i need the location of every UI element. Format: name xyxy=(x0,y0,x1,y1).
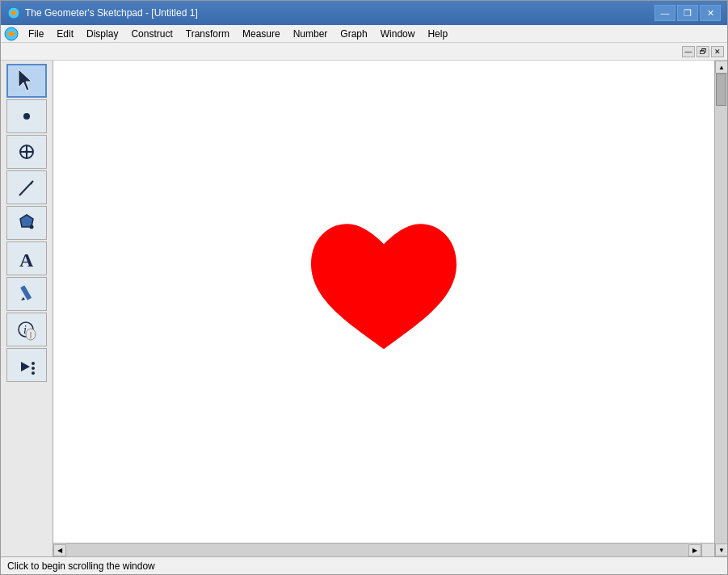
menu-measure[interactable]: Measure xyxy=(236,26,287,42)
main-window: The Geometer's Sketchpad - [Untitled 1] … xyxy=(0,0,728,575)
svg-point-4 xyxy=(23,113,30,120)
menu-bar: File Edit Display Construct Transform Me… xyxy=(1,25,727,43)
arrow-cursor-icon xyxy=(15,68,38,94)
maximize-button[interactable]: ❐ xyxy=(677,5,698,21)
window-title: The Geometer's Sketchpad - [Untitled 1] xyxy=(25,7,654,19)
menu-graph[interactable]: Graph xyxy=(334,26,373,42)
canvas[interactable] xyxy=(53,61,714,543)
line-tool-button[interactable] xyxy=(6,170,47,204)
svg-point-8 xyxy=(25,150,28,153)
svg-point-22 xyxy=(32,367,35,370)
canvas-content xyxy=(53,61,714,543)
scrollbar-h-track: ◀ ▶ xyxy=(53,544,701,556)
minimize-button[interactable]: — xyxy=(654,5,675,21)
menu-edit[interactable]: Edit xyxy=(50,26,80,42)
compass-tool-button[interactable] xyxy=(6,135,47,169)
scroll-thumb[interactable] xyxy=(716,73,726,106)
line-icon xyxy=(15,174,38,200)
status-bar: Click to begin scrolling the window xyxy=(1,556,727,574)
svg-marker-2 xyxy=(19,69,32,90)
svg-point-21 xyxy=(32,362,35,365)
point-tool-button[interactable] xyxy=(6,99,47,133)
menu-construct[interactable]: Construct xyxy=(124,26,179,42)
menu-window[interactable]: Window xyxy=(374,26,422,42)
menu-transform[interactable]: Transform xyxy=(179,26,236,42)
doc-minimize-btn[interactable]: — xyxy=(682,46,695,57)
vertical-scrollbar: ▲ ▼ xyxy=(714,61,727,556)
menu-number[interactable]: Number xyxy=(287,26,335,42)
close-button[interactable]: ✕ xyxy=(700,5,721,21)
app-icon xyxy=(7,6,20,19)
polygon-icon xyxy=(15,210,38,236)
text-icon: A xyxy=(15,246,38,271)
window-controls: — ❐ ✕ xyxy=(654,5,721,21)
compass-icon xyxy=(15,139,38,165)
text-tool-button[interactable]: A xyxy=(6,241,47,275)
doc-controls: — 🗗 ✕ xyxy=(682,46,724,57)
heart-svg xyxy=(303,212,465,373)
info-icon: i xyxy=(15,317,38,342)
polygon-tool-button[interactable] xyxy=(6,206,47,240)
scroll-h-track[interactable] xyxy=(66,544,688,556)
main-area: A i xyxy=(1,61,727,556)
svg-marker-20 xyxy=(21,362,30,371)
canvas-and-scrollbar: ◀ ▶ ▲ ▼ xyxy=(53,61,727,556)
canvas-wrapper: ◀ ▶ xyxy=(53,61,714,556)
scroll-down-button[interactable]: ▼ xyxy=(715,544,727,556)
select-tool-button[interactable] xyxy=(6,64,47,98)
svg-marker-15 xyxy=(21,297,25,300)
info-tool-button[interactable]: i xyxy=(6,313,47,346)
app-menu-icon xyxy=(4,27,19,41)
horizontal-scrollbar: ◀ ▶ xyxy=(53,543,714,556)
doc-title xyxy=(4,47,6,57)
menu-help[interactable]: Help xyxy=(421,26,454,42)
marker-tool-button[interactable] xyxy=(6,277,47,311)
marker-icon xyxy=(15,281,38,307)
status-text: Click to begin scrolling the window xyxy=(7,560,155,572)
scroll-corner xyxy=(701,544,714,556)
animation-tool-button[interactable] xyxy=(6,348,47,382)
toolbar: A i xyxy=(1,61,53,556)
point-icon xyxy=(15,103,38,129)
svg-point-12 xyxy=(30,225,34,229)
scroll-left-button[interactable]: ◀ xyxy=(53,544,66,556)
svg-point-23 xyxy=(32,371,35,375)
svg-rect-14 xyxy=(20,285,32,300)
heart-shape xyxy=(303,212,465,376)
doc-bar: — 🗗 ✕ xyxy=(1,43,727,61)
svg-text:A: A xyxy=(19,250,34,271)
doc-restore-btn[interactable]: 🗗 xyxy=(696,46,709,57)
scroll-up-button[interactable]: ▲ xyxy=(715,61,727,73)
animation-icon xyxy=(15,352,38,378)
menu-display[interactable]: Display xyxy=(80,26,124,42)
scroll-right-button[interactable]: ▶ xyxy=(688,544,701,556)
doc-close-btn[interactable]: ✕ xyxy=(711,46,724,57)
title-bar: The Geometer's Sketchpad - [Untitled 1] … xyxy=(1,1,727,25)
scroll-v-track[interactable] xyxy=(715,73,727,544)
menu-file[interactable]: File xyxy=(22,26,50,42)
